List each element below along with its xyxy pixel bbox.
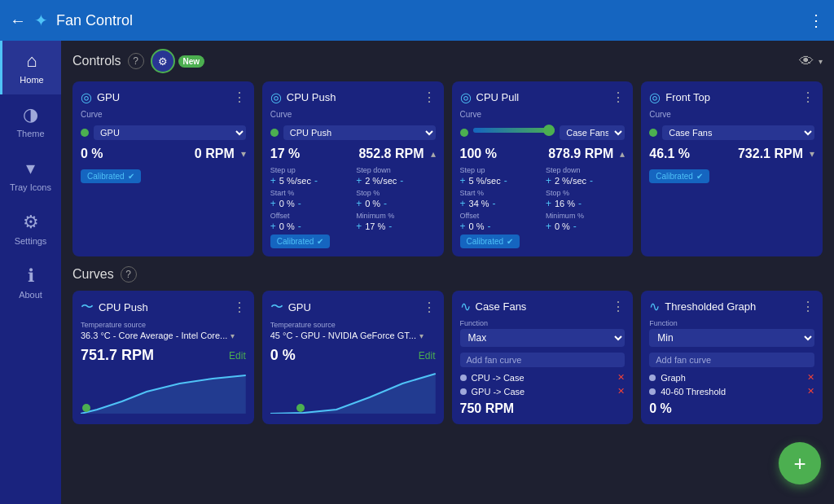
cpu-push-curve-source-val: 36.3 °C - Core Average - Intel Core... ▾ bbox=[81, 331, 246, 340]
controls-badge-area: ⚙ New bbox=[151, 49, 205, 73]
cpu-push-start-val: 0 % bbox=[279, 199, 295, 208]
thresholded-function-select[interactable]: Min bbox=[649, 329, 814, 347]
thresholded-item-0-remove[interactable]: ✕ bbox=[807, 372, 814, 383]
cpu-push-offset-minus[interactable]: - bbox=[298, 221, 301, 231]
cpu-push-step-down: Step down + 2 %/sec - bbox=[356, 166, 435, 186]
cpu-push-step-down-minus[interactable]: - bbox=[400, 176, 403, 186]
cpu-pull-step-down-label: Step down bbox=[546, 166, 625, 174]
gpu-card-menu[interactable]: ⋮ bbox=[233, 90, 246, 105]
visibility-chevron: ▾ bbox=[819, 57, 823, 66]
gpu-curve-rpm-row: 0 % Edit bbox=[270, 347, 436, 364]
cpu-pull-slider-row bbox=[473, 128, 555, 133]
fan-icon: ✦ bbox=[34, 11, 48, 30]
gpu-rpm: 0 RPM bbox=[195, 147, 235, 161]
cpu-push-step-up: Step up + 5 %/sec - bbox=[270, 166, 349, 186]
cpu-pull-step-down-plus[interactable]: + bbox=[546, 176, 551, 186]
case-fans-add-button[interactable]: Add fan curve bbox=[460, 353, 626, 367]
case-fans-rpm: 750 RPM bbox=[460, 401, 626, 416]
cpu-push-start-minus[interactable]: - bbox=[298, 199, 301, 208]
cpu-push-offset: Offset + 0 % - bbox=[270, 212, 349, 231]
control-card-cpu-push: ◎ CPU Push ⋮ Curve CPU Push 17 % 852.8 R… bbox=[262, 81, 444, 256]
cpu-pull-stop-minus[interactable]: - bbox=[578, 199, 582, 208]
cpu-push-start-plus[interactable]: + bbox=[270, 199, 276, 208]
cpu-push-curve-rpm: 751.7 RPM bbox=[81, 347, 154, 364]
cpu-pull-step-down-minus[interactable]: - bbox=[590, 176, 593, 186]
cpu-pull-slider-fill bbox=[473, 128, 555, 133]
cpu-push-step-up-plus[interactable]: + bbox=[270, 176, 276, 186]
front-top-curve-select-row: Case Fans bbox=[649, 125, 814, 140]
thresholded-item-1-label: 40-60 Threshold bbox=[661, 387, 726, 397]
cpu-push-curve-select[interactable]: CPU Push bbox=[283, 125, 436, 140]
gpu-calibrated-icon: ✔ bbox=[128, 172, 134, 181]
topbar-menu-button[interactable]: ⋮ bbox=[808, 11, 824, 30]
cpu-pull-dot bbox=[460, 129, 468, 137]
cpu-push-min-plus[interactable]: + bbox=[356, 221, 362, 231]
cpu-pull-step-up: Step up + 5 %/sec - bbox=[460, 166, 539, 186]
front-top-curve-select[interactable]: Case Fans bbox=[662, 125, 814, 140]
add-fab-button[interactable]: + bbox=[779, 442, 821, 484]
gpu-curve-edit[interactable]: Edit bbox=[419, 350, 436, 362]
thresholded-item-1-remove[interactable]: ✕ bbox=[807, 386, 814, 397]
thresholded-add-button[interactable]: Add fan curve bbox=[649, 353, 814, 367]
cpu-pull-min-minus[interactable]: - bbox=[573, 221, 577, 231]
cpu-push-min-minus[interactable]: - bbox=[388, 221, 392, 231]
cpu-push-menu[interactable]: ⋮ bbox=[423, 90, 436, 105]
thresholded-menu[interactable]: ⋮ bbox=[801, 299, 814, 314]
gpu-stats-row: 0 % 0 RPM ▾ bbox=[81, 147, 246, 161]
cpu-pull-step-down-val: 2 %/sec bbox=[555, 176, 586, 186]
case-fans-function-select[interactable]: Max bbox=[460, 329, 626, 347]
sidebar-item-tray[interactable]: ▾ Tray Icons bbox=[0, 148, 61, 202]
cpu-pull-stop-label: Stop % bbox=[546, 189, 625, 197]
case-fans-item-0-remove[interactable]: ✕ bbox=[617, 372, 625, 383]
front-top-dot bbox=[649, 129, 657, 137]
cpu-pull-offset-plus[interactable]: + bbox=[460, 221, 466, 231]
thresholded-header: ∿ Thresholded Graph ⋮ bbox=[649, 299, 814, 314]
cpu-pull-menu[interactable]: ⋮ bbox=[612, 90, 625, 105]
sidebar-item-theme[interactable]: ◑ Theme bbox=[0, 94, 61, 148]
cpu-push-curve-edit[interactable]: Edit bbox=[229, 350, 246, 362]
cpu-pull-step-up-val: 5 %/sec bbox=[469, 176, 501, 186]
case-fans-item-1-remove[interactable]: ✕ bbox=[617, 386, 625, 397]
cpu-push-step-down-label: Step down bbox=[356, 166, 435, 174]
cpu-push-offset-plus[interactable]: + bbox=[270, 221, 276, 231]
cpu-push-curve-menu[interactable]: ⋮ bbox=[233, 300, 246, 315]
cpu-pull-start-val: 34 % bbox=[469, 199, 489, 208]
cpu-pull-slider-track bbox=[473, 128, 555, 133]
cpu-pull-start-minus[interactable]: - bbox=[493, 199, 496, 208]
cpu-pull-start-plus[interactable]: + bbox=[460, 199, 466, 208]
gpu-curve-select[interactable]: GPU bbox=[94, 125, 246, 140]
gpu-curve-menu[interactable]: ⋮ bbox=[423, 300, 436, 315]
controls-help-button[interactable]: ? bbox=[128, 53, 144, 69]
cpu-push-step-down-plus[interactable]: + bbox=[356, 176, 362, 186]
cpu-push-calibrated-label: Calibrated bbox=[277, 237, 314, 246]
gpu-curve-source-chevron: ▾ bbox=[419, 331, 424, 340]
cpu-pull-min-plus[interactable]: + bbox=[546, 221, 551, 231]
cpu-push-stop-plus[interactable]: + bbox=[356, 199, 362, 208]
case-fans-menu[interactable]: ⋮ bbox=[612, 299, 625, 314]
visibility-button[interactable]: 👁 bbox=[799, 53, 814, 70]
cpu-push-stop-minus[interactable]: - bbox=[384, 199, 387, 208]
cpu-push-offset-label: Offset bbox=[270, 212, 349, 220]
sidebar-item-home[interactable]: ⌂ Home bbox=[0, 41, 61, 94]
cpu-pull-step-up-plus[interactable]: + bbox=[460, 176, 466, 186]
cpu-push-step-down-val: 2 %/sec bbox=[365, 176, 397, 186]
curves-help-button[interactable]: ? bbox=[121, 266, 137, 283]
cpu-push-curve-label: Curve bbox=[270, 110, 292, 119]
cpu-pull-offset-minus[interactable]: - bbox=[487, 221, 490, 231]
cpu-pull-slider-thumb[interactable] bbox=[543, 125, 555, 136]
sidebar-item-about[interactable]: ℹ About bbox=[0, 256, 61, 309]
sidebar-item-settings[interactable]: ⚙ Settings bbox=[0, 202, 61, 256]
cpu-pull-calibrated: Calibrated ✔ bbox=[460, 234, 520, 248]
cpu-push-speed-icon: ◎ bbox=[270, 90, 282, 105]
controls-settings-button[interactable]: ⚙ bbox=[151, 49, 175, 73]
cpu-pull-step-up-minus[interactable]: - bbox=[504, 176, 507, 186]
cpu-pull-stop-plus[interactable]: + bbox=[546, 199, 551, 208]
cpu-push-step-up-minus[interactable]: - bbox=[314, 176, 318, 186]
cpu-pull-curve-select[interactable]: Case Fans bbox=[560, 125, 625, 140]
back-button[interactable]: ← bbox=[10, 11, 26, 30]
front-top-menu[interactable]: ⋮ bbox=[801, 90, 814, 105]
sidebar-label-about: About bbox=[19, 290, 42, 300]
thresholded-rpm: 0 % bbox=[649, 401, 814, 416]
case-fans-curve-icon: ∿ bbox=[460, 299, 471, 314]
cpu-pull-params: Step up + 5 %/sec - Step down + 2 %/sec … bbox=[460, 166, 626, 231]
